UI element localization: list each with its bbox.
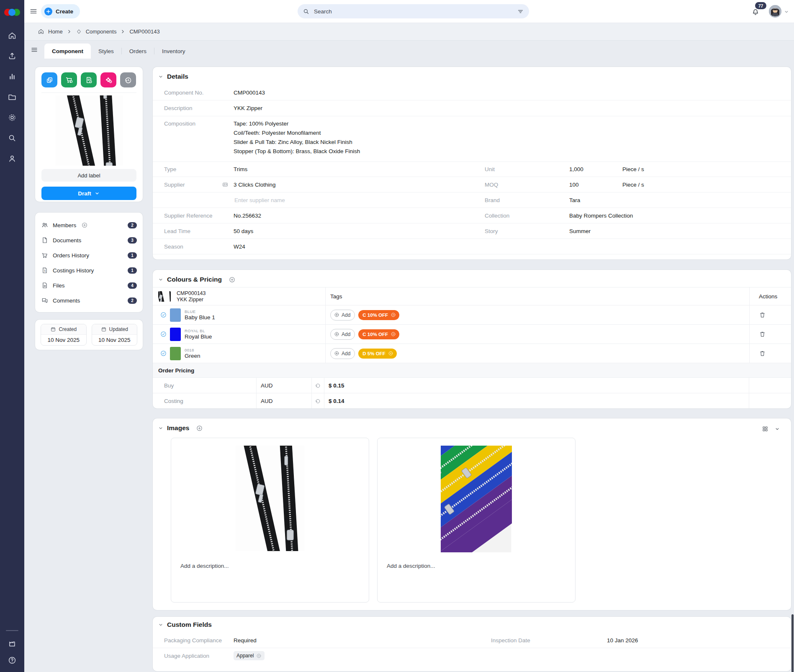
sidebar-item-members[interactable]: Members 2 (41, 218, 137, 233)
price-value[interactable]: $ 0.15 (324, 378, 749, 393)
add-image-icon[interactable] (196, 425, 203, 432)
price-currency[interactable]: AUD (257, 378, 312, 393)
add-colour-icon[interactable] (229, 276, 236, 283)
scrollbar-thumb[interactable] (791, 614, 794, 672)
unit-uom[interactable]: Piece / s (622, 166, 644, 172)
status-dropdown-button[interactable]: Draft (41, 187, 136, 200)
create-button[interactable]: Create (41, 4, 80, 18)
image-description-placeholder[interactable]: Add a description... (180, 563, 229, 569)
tab-styles[interactable]: Styles (91, 44, 121, 59)
unit-value[interactable]: 1,000 (569, 166, 622, 172)
add-label-button[interactable]: Add label (41, 169, 136, 182)
image-description-placeholder[interactable]: Add a description... (387, 563, 435, 569)
user-menu-chevron-icon[interactable] (784, 9, 789, 15)
price-history-icon[interactable] (312, 393, 324, 408)
delete-colour-icon[interactable] (759, 311, 766, 318)
bar-chart-icon[interactable] (7, 72, 17, 82)
history-restore-button[interactable] (120, 72, 136, 87)
sidebar-item-comments[interactable]: Comments 2 (41, 293, 137, 308)
remove-tag-icon[interactable] (391, 312, 396, 318)
colour-swatch[interactable] (170, 347, 181, 360)
factory-icon[interactable] (7, 639, 17, 649)
breadcrumb-home-icon[interactable] (38, 28, 44, 35)
colour-swatch[interactable] (170, 328, 181, 341)
add-costing-button[interactable] (81, 72, 97, 87)
sidebar-item-costings-history[interactable]: $ Costings History 1 (41, 263, 137, 278)
moq-uom[interactable]: Piece / s (622, 182, 644, 188)
component-no-value[interactable]: CMP000143 (234, 90, 265, 96)
tab-list-icon[interactable] (30, 46, 39, 54)
discount-tag[interactable]: C 10% OFF (358, 329, 399, 339)
image-card[interactable]: Add a description... (377, 438, 576, 603)
help-icon[interactable] (7, 655, 17, 665)
inspection-date-value[interactable]: 10 Jan 2026 (607, 637, 638, 644)
remove-chip-icon[interactable] (256, 653, 262, 659)
price-value[interactable]: $ 0.14 (324, 393, 749, 408)
breadcrumb-home[interactable]: Home (48, 28, 63, 35)
check-circle-icon[interactable] (160, 350, 167, 357)
tab-component[interactable]: Component (44, 44, 91, 59)
component-photo[interactable] (35, 95, 143, 166)
copy-colorways-button[interactable] (41, 72, 57, 87)
sidebar-item-documents[interactable]: Documents 3 (41, 233, 137, 248)
chevron-down-icon[interactable] (774, 426, 780, 432)
grid-view-icon[interactable] (762, 426, 768, 432)
tab-orders[interactable]: Orders (122, 44, 154, 59)
tab-inventory[interactable]: Inventory (154, 44, 193, 59)
supplier-value[interactable]: 3 Clicks Clothing (234, 182, 276, 188)
add-tag-button[interactable]: Add (330, 329, 355, 340)
search-bar[interactable] (298, 4, 529, 18)
colour-name[interactable]: Green (185, 353, 200, 359)
delete-colour-icon[interactable] (759, 331, 766, 338)
filter-icon[interactable] (517, 8, 524, 15)
composition-value[interactable]: Tape: 100% Polyester Coil/Teeth: Polyest… (234, 116, 360, 159)
user-nav-icon[interactable] (7, 154, 17, 164)
description-value[interactable]: YKK Zipper (234, 105, 262, 111)
upload-icon[interactable] (7, 51, 17, 61)
type-value[interactable]: Trims (234, 166, 247, 172)
search-nav-icon[interactable] (7, 133, 17, 143)
season-value[interactable]: W24 (234, 244, 245, 250)
discount-tag[interactable]: C 10% OFF (358, 310, 399, 320)
brand-value[interactable]: Tara (569, 197, 622, 203)
add-tag-button[interactable]: Add (330, 310, 355, 321)
collapse-chevron-icon[interactable] (158, 425, 164, 431)
supplier-name-input[interactable] (234, 197, 361, 204)
story-value[interactable]: Summer (569, 228, 591, 234)
supplier-reference-value[interactable]: No.256632 (234, 213, 261, 219)
collapse-chevron-icon[interactable] (158, 277, 164, 282)
price-history-icon[interactable] (312, 378, 324, 393)
moq-value[interactable]: 100 (569, 182, 622, 188)
folder-icon[interactable] (7, 92, 17, 102)
sidebar-item-orders-history[interactable]: Orders History 1 (41, 248, 137, 263)
colour-name[interactable]: Royal Blue (185, 333, 212, 340)
lead-time-value[interactable]: 50 days (234, 228, 253, 234)
collapse-chevron-icon[interactable] (158, 622, 164, 628)
menu-toggle-icon[interactable] (28, 6, 39, 16)
app-logo[interactable] (3, 8, 21, 17)
colour-name[interactable]: Baby Blue 1 (185, 314, 215, 321)
image-card[interactable]: Add a description... (171, 438, 369, 603)
collapse-chevron-icon[interactable] (158, 74, 164, 80)
check-circle-icon[interactable] (160, 311, 167, 318)
add-tag-button[interactable]: Add (330, 348, 355, 359)
collection-value[interactable]: Baby Rompers Collection (569, 213, 633, 219)
breadcrumb-components[interactable]: Components (86, 28, 117, 35)
add-member-icon[interactable] (81, 222, 88, 228)
check-circle-icon[interactable] (160, 331, 167, 338)
search-input[interactable] (313, 8, 514, 15)
remove-tag-icon[interactable] (388, 351, 393, 356)
sidebar-item-files[interactable]: Files 4 (41, 278, 137, 293)
add-to-order-button[interactable] (61, 72, 77, 87)
home-icon[interactable] (7, 31, 17, 41)
usage-application-chip[interactable]: Apparel (234, 651, 265, 660)
settings-icon[interactable] (7, 113, 17, 123)
remove-tag-icon[interactable] (391, 331, 396, 337)
delete-colour-icon[interactable] (759, 350, 766, 357)
packaging-compliance-value[interactable]: Required (234, 637, 257, 644)
colour-swatch[interactable] (170, 308, 181, 322)
notification-count-badge[interactable]: 77 (755, 2, 766, 9)
discount-tag[interactable]: D 5% OFF (358, 349, 396, 359)
remove-colorway-button[interactable] (100, 72, 116, 87)
avatar[interactable] (769, 5, 781, 18)
